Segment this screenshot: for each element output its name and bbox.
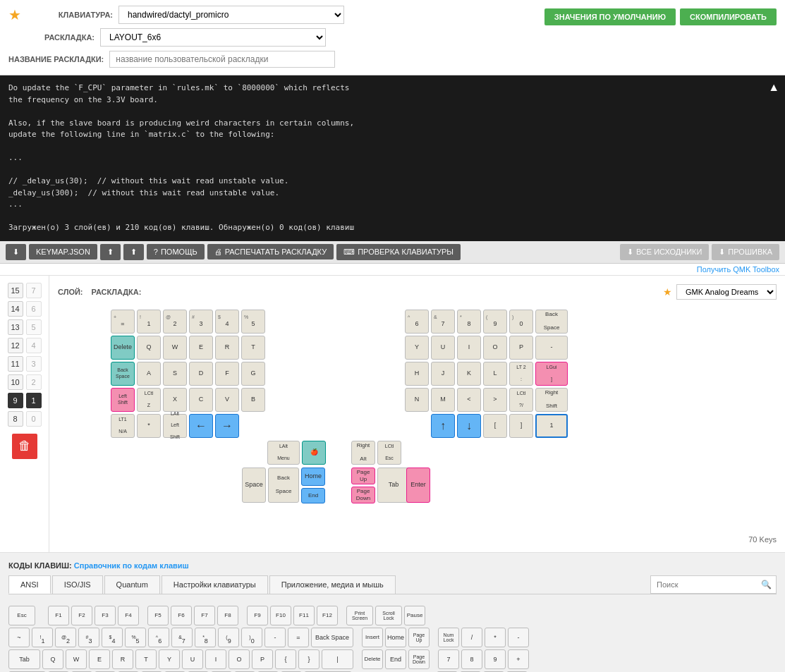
qmk-toolbox-link[interactable]: Получить QMK Toolbox: [0, 264, 785, 275]
ansi-n8[interactable]: *8: [195, 628, 216, 647]
ansi-num-8[interactable]: 8: [461, 649, 482, 669]
key-period[interactable]: >: [483, 388, 507, 412]
key-1-numbered[interactable]: 1: [535, 414, 568, 438]
layer-num-15[interactable]: 15: [8, 283, 23, 298]
key-page-up[interactable]: Page Up: [351, 468, 375, 484]
key-lgui-bracket[interactable]: LGui]: [535, 362, 568, 386]
key-comma[interactable]: <: [457, 388, 481, 412]
ansi-plus[interactable]: =: [288, 628, 309, 647]
ansi-f2[interactable]: F2: [71, 606, 92, 625]
layout-name-input[interactable]: [109, 51, 335, 68]
layer-slot-7[interactable]: 7: [26, 283, 42, 298]
key-backspace-right[interactable]: BackSpace: [535, 310, 568, 334]
keyboard-select[interactable]: handwired/dactyl_promicro: [118, 6, 344, 24]
key-u[interactable]: U: [431, 336, 455, 360]
layer-row-9-1[interactable]: 9 1: [0, 391, 49, 410]
check-keyboard-button[interactable]: ⌨ ПРОВЕРКА КЛАВИАТУРЫ: [336, 244, 461, 260]
layer-num-11[interactable]: 11: [8, 356, 23, 372]
key-home[interactable]: Home: [301, 468, 325, 486]
key-x[interactable]: X: [163, 388, 187, 412]
layer-slot-1[interactable]: 1: [26, 393, 42, 408]
layer-num-9[interactable]: 9: [8, 393, 23, 408]
ansi-n3[interactable]: #3: [78, 628, 99, 647]
ansi-num-star[interactable]: *: [485, 628, 506, 647]
ansi-print-screen[interactable]: Print Screen: [346, 606, 373, 625]
key-0[interactable]: )0: [509, 310, 533, 334]
layer-num-13[interactable]: 13: [8, 319, 23, 335]
key-5[interactable]: %5: [241, 310, 265, 334]
ansi-num-lock[interactable]: Num Lock: [438, 628, 459, 647]
key-g[interactable]: G: [241, 362, 265, 386]
key-delete[interactable]: Delete: [111, 336, 135, 360]
key-end[interactable]: End: [301, 488, 325, 503]
layer-slot-4[interactable]: 4: [26, 338, 42, 353]
ansi-f1[interactable]: F1: [48, 606, 69, 625]
key-arrow-left[interactable]: ←: [189, 414, 213, 438]
ansi-num-plus[interactable]: +: [508, 649, 529, 669]
key-s[interactable]: S: [163, 362, 187, 386]
layer-slot-5[interactable]: 5: [26, 319, 42, 335]
key-page-down[interactable]: Page Down: [351, 487, 375, 503]
ansi-w[interactable]: W: [66, 649, 87, 669]
key-k[interactable]: K: [457, 362, 481, 386]
key-arrow-up[interactable]: ↑: [431, 414, 455, 438]
ansi-p[interactable]: P: [252, 649, 273, 669]
key-arrow-right[interactable]: →: [215, 414, 239, 438]
key-f[interactable]: F: [215, 362, 239, 386]
key-b[interactable]: B: [241, 388, 265, 412]
key-enter[interactable]: Enter: [406, 468, 430, 503]
key-bracket-open[interactable]: [: [483, 414, 507, 438]
tab-ansi[interactable]: ANSI: [8, 575, 51, 594]
key-lctl-z[interactable]: LCtlZ: [137, 388, 161, 412]
delete-layer-button[interactable]: 🗑: [12, 434, 37, 459]
compile-button[interactable]: СКОМПИЛИРОВАТЬ: [680, 8, 777, 25]
key-backspace-thumb[interactable]: BackSpace: [268, 468, 299, 503]
tab-media[interactable]: Приложение, медиа и мышь: [269, 575, 396, 594]
key-bracket-close[interactable]: ]: [509, 414, 533, 438]
key-r[interactable]: R: [215, 336, 239, 360]
key-e[interactable]: E: [189, 336, 213, 360]
key-3[interactable]: #3: [189, 310, 213, 334]
tab-quantum[interactable]: Quantum: [104, 575, 160, 594]
key-j[interactable]: J: [431, 362, 455, 386]
key-left-shift[interactable]: LeftShift: [111, 388, 135, 412]
ansi-q[interactable]: Q: [42, 649, 63, 669]
layer-row-10-2[interactable]: 10 2: [0, 373, 49, 391]
ansi-esc[interactable]: Esc: [8, 606, 35, 625]
ansi-f10[interactable]: F10: [270, 606, 291, 625]
ansi-rbracket[interactable]: }: [298, 649, 320, 669]
ansi-num-9[interactable]: 9: [485, 649, 506, 669]
colormap-star-icon[interactable]: ★: [663, 286, 672, 298]
ansi-backslash[interactable]: |: [322, 649, 353, 669]
ansi-minus[interactable]: -: [264, 628, 286, 647]
key-plus-eq[interactable]: +=: [111, 310, 135, 334]
ansi-u[interactable]: U: [182, 649, 203, 669]
key-lt2-colon[interactable]: LT 2:: [509, 362, 533, 386]
ansi-n9[interactable]: (9: [218, 628, 239, 647]
key-lt1-na[interactable]: LT1N/A: [111, 414, 135, 438]
key-8[interactable]: *8: [457, 310, 481, 334]
ansi-end[interactable]: End: [385, 649, 406, 669]
key-space[interactable]: Space: [242, 468, 266, 503]
layer-row-13-5[interactable]: 13 5: [0, 318, 49, 336]
ansi-n5[interactable]: %5: [125, 628, 146, 647]
layer-row-8-0[interactable]: 8 0: [0, 410, 49, 428]
ansi-n7[interactable]: &7: [171, 628, 193, 647]
key-4[interactable]: $4: [215, 310, 239, 334]
key-l[interactable]: L: [483, 362, 507, 386]
key-c[interactable]: C: [189, 388, 213, 412]
key-right-alt[interactable]: RightAlt: [351, 441, 375, 465]
key-lctl-slash[interactable]: LCtl?/: [509, 388, 533, 412]
ansi-f12[interactable]: F12: [317, 606, 338, 625]
ansi-n4[interactable]: $4: [102, 628, 123, 647]
ansi-n0[interactable]: )0: [241, 628, 262, 647]
ansi-num-7[interactable]: 7: [438, 649, 459, 669]
favorite-star-icon[interactable]: ★: [8, 6, 21, 23]
ansi-f8[interactable]: F8: [217, 606, 238, 625]
ansi-home[interactable]: Home: [385, 628, 406, 647]
key-1[interactable]: !1: [137, 310, 161, 334]
layer-num-8[interactable]: 8: [8, 411, 23, 427]
key-9[interactable]: (9: [483, 310, 507, 334]
ansi-tilde[interactable]: ~: [8, 628, 30, 647]
ansi-i[interactable]: I: [205, 649, 226, 669]
